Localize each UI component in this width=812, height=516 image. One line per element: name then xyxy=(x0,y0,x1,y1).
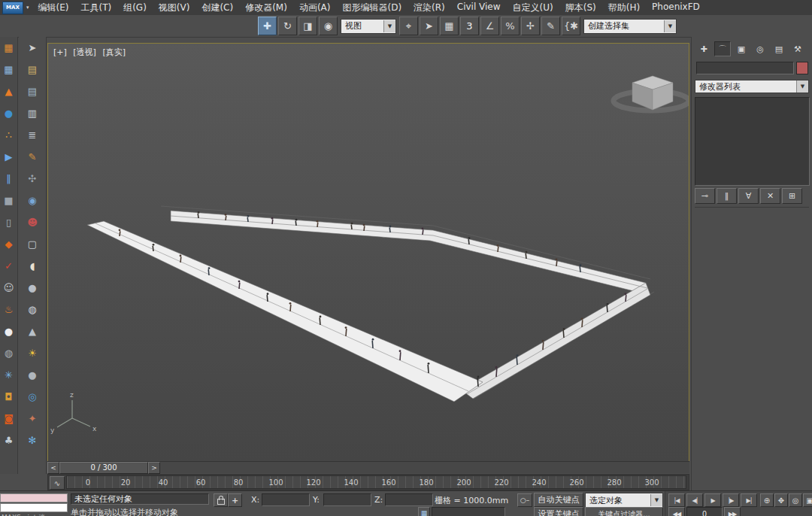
x-coordinate-field[interactable] xyxy=(262,493,310,506)
next-frame-icon[interactable]: |▶ xyxy=(723,493,739,507)
chevron-down-icon[interactable]: ▼ xyxy=(664,20,676,32)
set-key-button[interactable]: 设置关键点 xyxy=(534,507,583,516)
viewport-menu-plus[interactable]: [+] xyxy=(53,47,67,57)
selection-lock-icon[interactable] xyxy=(214,493,228,507)
use-pivot-center-icon[interactable]: ⌖ xyxy=(399,17,418,35)
menu-item[interactable]: 视图(V) xyxy=(153,0,196,16)
tab-utilities[interactable]: ⚒ xyxy=(789,41,806,56)
reference-coordinate-dropdown[interactable]: 视图 ▼ xyxy=(341,19,396,34)
current-frame-field[interactable] xyxy=(686,507,723,516)
modifier-stack[interactable] xyxy=(695,97,810,186)
mug-icon[interactable]: ◘ xyxy=(1,389,17,405)
gray-ball-icon[interactable]: ● xyxy=(24,367,41,383)
object-color-swatch[interactable] xyxy=(796,62,808,74)
go-to-end-icon[interactable]: ▶| xyxy=(741,493,757,507)
view-cube[interactable] xyxy=(614,76,689,111)
particles-icon[interactable]: ∴ xyxy=(1,127,17,143)
sheet-icon[interactable]: ▥ xyxy=(24,105,41,121)
lava-icon[interactable]: ◙ xyxy=(1,411,17,426)
chevron-down-icon[interactable]: ▼ xyxy=(383,20,395,32)
person-icon[interactable]: ☻ xyxy=(24,214,41,230)
ball-icon[interactable]: ● xyxy=(24,280,41,296)
table-icon[interactable]: ≣ xyxy=(24,127,41,143)
panel-icon[interactable]: ▢ xyxy=(24,236,41,252)
tab-hierarchy[interactable]: ▣ xyxy=(733,41,750,56)
note-icon[interactable]: ▤ xyxy=(24,62,41,77)
time-slider-handle[interactable]: 0 / 300 xyxy=(59,462,148,474)
configure-modifier-sets-icon[interactable]: ⊞ xyxy=(782,188,802,204)
menu-item[interactable]: 编辑(E) xyxy=(32,0,75,16)
snap-toggle-3d-icon[interactable]: 3 xyxy=(460,17,479,35)
select-manipulate-icon[interactable]: ➤ xyxy=(420,17,438,35)
globe-icon[interactable]: ◎ xyxy=(24,389,41,405)
pointer-icon[interactable]: ➤ xyxy=(24,40,41,56)
show-end-result-icon[interactable]: ‖ xyxy=(717,188,737,204)
chevron-down-icon[interactable]: ▼ xyxy=(650,494,662,506)
droplet-icon[interactable]: ● xyxy=(1,323,17,339)
macro-recorder-line[interactable] xyxy=(0,493,68,502)
menu-item[interactable]: 图形编辑器(D) xyxy=(336,0,408,16)
sun-icon[interactable]: ☀ xyxy=(24,345,41,361)
make-unique-icon[interactable]: ∀ xyxy=(738,188,759,204)
tab-modify[interactable]: ⌒ xyxy=(714,41,731,56)
menu-item[interactable]: Civil View xyxy=(451,0,507,16)
y-coordinate-field[interactable] xyxy=(323,493,371,506)
next-frame-arrow[interactable]: > xyxy=(148,462,160,474)
stop-icon[interactable]: ■ xyxy=(1,193,17,208)
tab-motion[interactable]: ◎ xyxy=(752,41,768,56)
time-tag-icon[interactable]: ▦ xyxy=(418,507,430,516)
menu-item[interactable]: 渲染(R) xyxy=(408,0,451,16)
go-to-start-icon[interactable]: |◀ xyxy=(668,493,685,507)
track-bar-ruler[interactable]: 0204060801001201401601802002202402602803… xyxy=(66,475,686,489)
texture-grid-icon[interactable]: ▦ xyxy=(1,62,17,77)
previous-frame-icon[interactable]: ◀| xyxy=(686,493,703,507)
time-tag-field[interactable] xyxy=(432,507,505,516)
selection-filter-dropdown[interactable]: 选定对象 ▼ xyxy=(585,493,663,508)
play-icon[interactable]: ▶ xyxy=(1,149,17,165)
object-name-field[interactable] xyxy=(696,62,794,74)
snow-icon[interactable]: ✻ xyxy=(24,433,41,448)
zoom-icon[interactable]: ⊕ xyxy=(760,493,774,507)
modifier-list-dropdown[interactable]: 修改器列表 ▼ xyxy=(695,80,809,93)
menu-item[interactable]: 帮助(H) xyxy=(602,0,646,16)
ocean-icon[interactable]: ● xyxy=(1,105,17,121)
brush-icon[interactable]: ✦ xyxy=(24,411,41,426)
app-logo-caret-icon[interactable]: ▾ xyxy=(26,5,29,11)
menu-item[interactable]: 修改器(M) xyxy=(239,0,293,16)
perspective-viewport[interactable]: z x y [+] [透视] [真实] xyxy=(47,43,689,462)
menu-item[interactable]: 动画(A) xyxy=(293,0,337,16)
cone-icon[interactable]: ▲ xyxy=(24,323,41,339)
dome-icon[interactable]: ◖ xyxy=(24,258,41,274)
pan-icon[interactable]: ✥ xyxy=(774,493,788,507)
keyboard-override-icon[interactable]: ▦ xyxy=(440,17,459,35)
select-scale-icon[interactable]: ◨ xyxy=(298,17,317,35)
swatch-grid-icon[interactable]: ▦ xyxy=(1,40,17,56)
viewport-menu-shading[interactable]: [真实] xyxy=(102,47,126,57)
app-logo[interactable]: MAX xyxy=(2,2,23,14)
chevron-down-icon[interactable]: ▼ xyxy=(796,80,808,93)
face-icon[interactable]: ☺ xyxy=(1,280,17,296)
menu-item[interactable]: PhoenixFD xyxy=(646,0,706,16)
previous-key-icon[interactable]: ◀◀ xyxy=(668,507,685,516)
tab-create[interactable]: ✚ xyxy=(695,41,712,56)
gear-icon[interactable]: ✣ xyxy=(24,171,41,187)
shell-icon[interactable]: ◍ xyxy=(24,302,41,317)
sphere-icon[interactable]: ◍ xyxy=(1,345,17,361)
trash-icon[interactable]: ▯ xyxy=(1,214,17,230)
z-coordinate-field[interactable] xyxy=(385,493,433,506)
absolute-mode-icon[interactable]: + xyxy=(228,493,242,507)
menu-item[interactable]: 组(G) xyxy=(117,0,153,16)
key-filters-button[interactable]: 关键点过滤器... xyxy=(585,507,663,516)
orbit-icon[interactable]: ◎ xyxy=(789,493,802,507)
pencil-icon[interactable]: ✎ xyxy=(24,149,41,165)
spinner-snap-icon[interactable]: ✢ xyxy=(521,17,540,35)
percent-snap-icon[interactable]: % xyxy=(501,17,520,35)
play-icon[interactable]: ▶ xyxy=(704,493,721,507)
menu-item[interactable]: 工具(T) xyxy=(74,0,117,16)
edit-named-sets-icon[interactable]: ✎ xyxy=(541,17,560,35)
curly-selection-icon[interactable]: {✱ xyxy=(562,17,580,35)
select-place-icon[interactable]: ◉ xyxy=(319,17,338,35)
menu-item[interactable]: 自定义(U) xyxy=(507,0,559,16)
ember-icon[interactable]: ◆ xyxy=(1,236,17,252)
viewport-canvas[interactable]: z x y xyxy=(48,44,689,460)
